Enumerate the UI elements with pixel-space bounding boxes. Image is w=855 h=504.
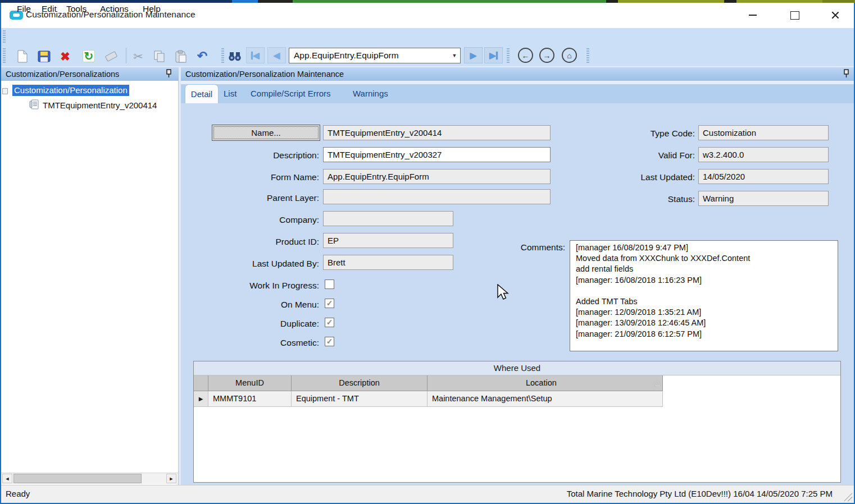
tree-panel-title: Customization/Personalizations bbox=[1, 70, 119, 79]
previous-record-button[interactable]: ◀ bbox=[267, 47, 286, 63]
refresh-button[interactable]: ↻ bbox=[81, 48, 97, 64]
current-row-icon: ▶ bbox=[199, 396, 203, 402]
tree-panel-pin-icon[interactable] bbox=[165, 69, 172, 78]
scroll-right-icon: ► bbox=[169, 476, 174, 482]
on-menu-checkbox[interactable]: ✓ bbox=[325, 299, 334, 308]
grid-header-location[interactable]: △ Location bbox=[428, 375, 663, 391]
tree-root-node[interactable]: Customization/Personalization bbox=[12, 85, 129, 96]
close-button[interactable] bbox=[827, 8, 844, 22]
name-field: TMTEquipmentEntry_v200414 bbox=[323, 125, 551, 140]
name-button[interactable]: Name... bbox=[212, 125, 320, 141]
tree-panel bbox=[1, 81, 179, 485]
grid-header-description[interactable]: Description bbox=[292, 375, 428, 391]
company-label: Company: bbox=[185, 215, 319, 225]
minimize-button[interactable] bbox=[744, 8, 761, 22]
grid-row-selector[interactable]: ▶ bbox=[194, 391, 208, 407]
duplicate-label: Duplicate: bbox=[185, 319, 319, 329]
last-updated-by-field: Brett bbox=[323, 255, 453, 270]
binoculars-search-icon bbox=[228, 51, 242, 61]
toolbar-grip[interactable] bbox=[3, 48, 6, 63]
last-record-button[interactable]: ▶ bbox=[484, 47, 503, 63]
last-updated-by-label: Last Updated By: bbox=[185, 259, 319, 269]
combo-dropdown-icon[interactable]: ▼ bbox=[449, 53, 460, 58]
cut-icon: ✂ bbox=[133, 51, 143, 62]
type-code-field: Customization bbox=[698, 125, 829, 140]
tab-warnings[interactable]: Warnings bbox=[353, 89, 388, 98]
work-in-progress-checkbox[interactable]: ✓ bbox=[325, 280, 334, 289]
grid-cell-location[interactable]: Maintenance Management\Setup bbox=[428, 391, 663, 407]
menu-actions[interactable]: Actions bbox=[97, 3, 132, 15]
where-used-grid: Where Used MenuID Description △ Location… bbox=[193, 361, 841, 483]
menu-grip[interactable] bbox=[3, 30, 6, 44]
last-updated-label: Last Updated: bbox=[590, 172, 695, 182]
tab-list[interactable]: List bbox=[224, 89, 237, 98]
grid-header-menuid[interactable]: MenuID bbox=[208, 375, 292, 391]
type-code-label: Type Code: bbox=[590, 129, 695, 139]
cosmetic-checkbox[interactable]: ✓ bbox=[325, 337, 334, 346]
mouse-cursor bbox=[497, 284, 510, 301]
forward-button[interactable]: → bbox=[539, 48, 554, 63]
menu-bar bbox=[1, 28, 854, 45]
status-label: Status: bbox=[590, 194, 695, 204]
menu-help[interactable]: Help bbox=[139, 3, 164, 15]
first-record-button[interactable]: ◀ bbox=[246, 47, 265, 63]
maximize-icon bbox=[790, 11, 799, 20]
toolbar-grip-2[interactable] bbox=[221, 48, 224, 63]
toolbar-grip-3[interactable] bbox=[507, 48, 510, 63]
grid-cell-menuid[interactable]: MMMT9101 bbox=[208, 391, 292, 407]
new-button[interactable] bbox=[15, 48, 30, 64]
back-button[interactable]: ← bbox=[518, 48, 533, 63]
minimize-icon bbox=[749, 15, 757, 16]
product-id-label: Product ID: bbox=[185, 237, 319, 247]
valid-for-field: w3.2.400.0 bbox=[698, 147, 829, 162]
scrollbar-thumb[interactable] bbox=[13, 474, 142, 483]
tree-expand-glyph[interactable] bbox=[2, 88, 8, 94]
parent-layer-field bbox=[323, 189, 551, 204]
save-button[interactable] bbox=[36, 48, 52, 64]
grid-cell-description[interactable]: Equipment - TMT bbox=[292, 391, 428, 407]
cut-button[interactable]: ✂ bbox=[130, 48, 146, 64]
clear-button[interactable] bbox=[103, 48, 119, 64]
home-button[interactable]: ⌂ bbox=[562, 48, 577, 63]
main-panel-pin-icon[interactable] bbox=[843, 69, 850, 78]
undo-button[interactable]: ↶ bbox=[194, 48, 210, 64]
home-icon: ⌂ bbox=[567, 51, 571, 60]
scroll-right-button[interactable]: ► bbox=[166, 474, 176, 483]
tab-compile-script-errors[interactable]: Compile/Script Errors bbox=[251, 89, 331, 98]
last-updated-field: 14/05/2020 bbox=[698, 169, 829, 184]
tree-panel-header: Customization/Personalizations bbox=[1, 67, 179, 81]
search-button[interactable] bbox=[227, 48, 243, 64]
tab-detail[interactable]: Detail bbox=[185, 85, 218, 103]
check-icon: ✓ bbox=[325, 337, 334, 346]
menu-edit[interactable]: Edit bbox=[38, 3, 60, 15]
delete-button[interactable]: ✖ bbox=[57, 48, 73, 64]
status-ready-text: Ready bbox=[6, 489, 30, 498]
sort-ascending-icon: △ bbox=[655, 375, 660, 391]
menu-file[interactable]: File bbox=[13, 3, 34, 15]
maximize-button[interactable] bbox=[786, 8, 803, 22]
scroll-left-button[interactable]: ◄ bbox=[2, 474, 12, 483]
grid-header-location-label: Location bbox=[526, 378, 557, 387]
back-icon: ← bbox=[522, 51, 530, 60]
form-selector-combobox[interactable]: App.EquipEntry.EquipForm ▼ bbox=[289, 48, 461, 63]
copy-button[interactable] bbox=[152, 48, 167, 64]
menu-tools[interactable]: Tools bbox=[63, 3, 90, 15]
main-panel-header: Customization/Personalization Maintenanc… bbox=[181, 67, 854, 81]
save-icon bbox=[38, 51, 51, 62]
first-record-icon: ◀ bbox=[253, 51, 260, 61]
next-record-icon: ▶ bbox=[470, 51, 477, 61]
undo-icon: ↶ bbox=[197, 50, 207, 62]
comments-textarea[interactable]: [manager 16/08/2019 9:47 PM] Moved data … bbox=[570, 240, 838, 351]
duplicate-checkbox[interactable]: ✓ bbox=[325, 318, 334, 327]
form-name-field: App.EquipEntry.EquipForm bbox=[323, 169, 551, 184]
toolbar-grip-4[interactable] bbox=[586, 48, 589, 63]
description-field[interactable]: TMTEquipmentEntry_v200327 bbox=[323, 147, 551, 162]
form-name-label: Form Name: bbox=[185, 172, 319, 182]
check-icon: ✓ bbox=[325, 318, 334, 327]
check-icon: ✓ bbox=[325, 299, 334, 308]
delete-icon: ✖ bbox=[60, 51, 70, 62]
paste-button[interactable] bbox=[173, 48, 189, 64]
scroll-left-icon: ◄ bbox=[5, 476, 10, 482]
tree-child-node[interactable]: TMTEquipmentEntry_v200414 bbox=[43, 100, 157, 110]
next-record-button[interactable]: ▶ bbox=[464, 47, 483, 63]
